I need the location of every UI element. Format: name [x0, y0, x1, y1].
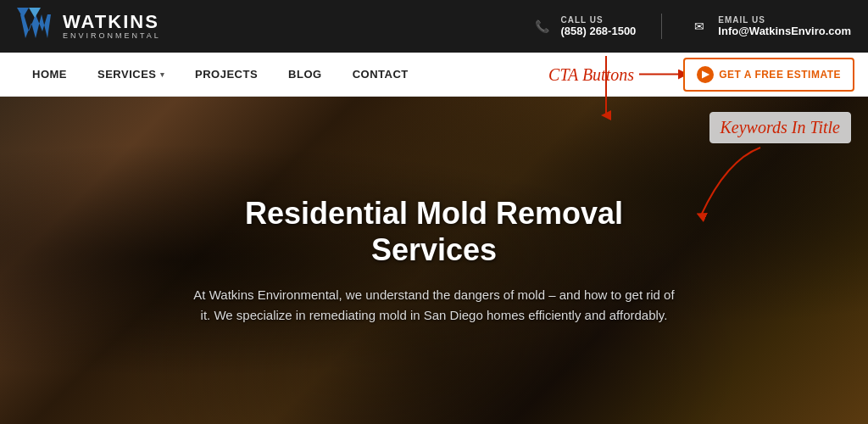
phone-icon: 📞 — [530, 14, 554, 38]
logo-text: WATKINS ENVIRONMENTAL — [63, 13, 161, 40]
services-chevron: ▾ — [160, 70, 165, 79]
nav-services[interactable]: SERVICES ▾ — [82, 53, 180, 97]
logo-company-name: WATKINS — [63, 13, 161, 31]
call-label: CALL US — [560, 15, 636, 25]
logo-subtitle: ENVIRONMENTAL — [63, 32, 161, 40]
cta-arrow — [639, 68, 690, 81]
cta-annotation: CTA Buttons — [548, 64, 690, 84]
keywords-annotation: Keywords In Title — [709, 112, 851, 228]
phone-contact[interactable]: 📞 CALL US (858) 268-1500 — [530, 14, 636, 38]
estimate-button-icon: ▶ — [697, 66, 714, 83]
cta-annotation-label: CTA Buttons — [548, 64, 634, 84]
nav-contact[interactable]: CONTACT — [337, 53, 424, 97]
top-bar: WATKINS ENVIRONMENTAL 📞 CALL US (858) 26… — [0, 0, 868, 53]
email-icon: ✉ — [687, 14, 711, 38]
keywords-label: Keywords In Title — [721, 118, 840, 137]
keywords-box: Keywords In Title — [709, 112, 851, 143]
hero-content: Residential Mold Removal Services At Wat… — [171, 195, 697, 326]
nav-projects[interactable]: PROJECTS — [180, 53, 273, 97]
keywords-to-title-arrow — [676, 143, 777, 228]
hero-section: Keywords In Title Residential Mold Remov… — [0, 97, 868, 424]
contact-info: 📞 CALL US (858) 268-1500 ✉ EMAIL US Info… — [530, 14, 851, 39]
nav-blog[interactable]: BLOG — [273, 53, 337, 97]
contact-divider — [661, 14, 662, 39]
email-contact[interactable]: ✉ EMAIL US Info@WatkinsEnviro.com — [687, 14, 851, 38]
phone-number: (858) 268-1500 — [560, 25, 636, 37]
logo[interactable]: WATKINS ENVIRONMENTAL — [17, 8, 161, 45]
logo-icon — [17, 8, 54, 45]
email-address: Info@WatkinsEnviro.com — [718, 25, 851, 37]
hero-title: Residential Mold Removal Services — [188, 195, 680, 268]
hero-subtitle: At Watkins Environmental, we understand … — [188, 285, 680, 326]
get-free-estimate-button[interactable]: ▶ GET A FREE ESTIMATE — [683, 58, 854, 92]
down-arrow-cta — [593, 56, 619, 124]
nav-home[interactable]: HOME — [17, 53, 82, 97]
nav-bar: HOME SERVICES ▾ PROJECTS BLOG CONTACT CT… — [0, 53, 868, 97]
email-label: EMAIL US — [718, 15, 851, 25]
